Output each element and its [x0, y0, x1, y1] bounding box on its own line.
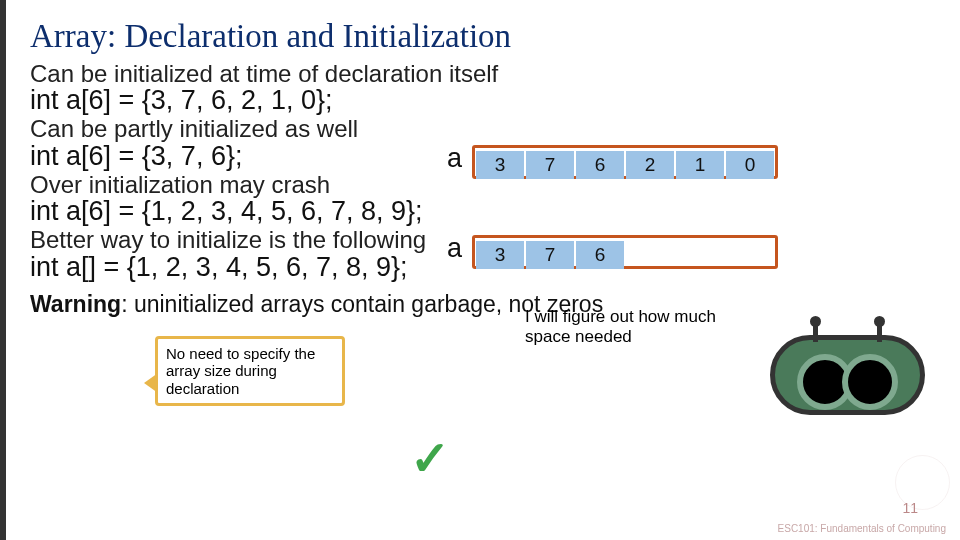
checkmark-icon: ✓ [410, 430, 450, 486]
callout-no-need-specify: No need to specify the array size during… [155, 336, 345, 406]
text-line-2: Can be partly initialized as well [30, 116, 930, 142]
array2-cell-1: 7 [526, 241, 574, 269]
array-label-1: a [447, 143, 462, 174]
array1-cell-5: 0 [726, 151, 774, 179]
array2-cell-2: 6 [576, 241, 624, 269]
course-label: ESC101: Fundamentals of Computing [778, 523, 946, 534]
text-line-1: Can be initialized at time of declaratio… [30, 61, 930, 87]
array1-cell-1: 7 [526, 151, 574, 179]
code-line-3: int a[6] = {1, 2, 3, 4, 5, 6, 7, 8, 9}; [30, 198, 930, 225]
left-bar [0, 0, 6, 540]
array2-cell-5 [726, 241, 774, 269]
warning-line: Warning: uninitialized arrays contain ga… [30, 291, 930, 318]
array2-cell-4 [676, 241, 724, 269]
page-number: 11 [902, 500, 918, 516]
array1-cell-0: 3 [476, 151, 524, 179]
slide-title: Array: Declaration and Initialization [30, 18, 930, 55]
array-box-2: 3 7 6 [472, 235, 778, 269]
callout-figure-out-space: I will figure out how much space needed [525, 307, 730, 348]
array-label-2: a [447, 233, 462, 264]
robot-antenna-right [877, 326, 882, 342]
array1-cell-4: 1 [676, 151, 724, 179]
robot-character-icon [770, 335, 925, 415]
array2-cell-0: 3 [476, 241, 524, 269]
array1-cell-3: 2 [626, 151, 674, 179]
array2-cell-3 [626, 241, 674, 269]
code-line-1: int a[6] = {3, 7, 6, 2, 1, 0}; [30, 87, 930, 114]
array-box-1: 3 7 6 2 1 0 [472, 145, 778, 179]
robot-antenna-left [813, 326, 818, 342]
array1-cell-2: 6 [576, 151, 624, 179]
warning-label: Warning [30, 291, 121, 317]
